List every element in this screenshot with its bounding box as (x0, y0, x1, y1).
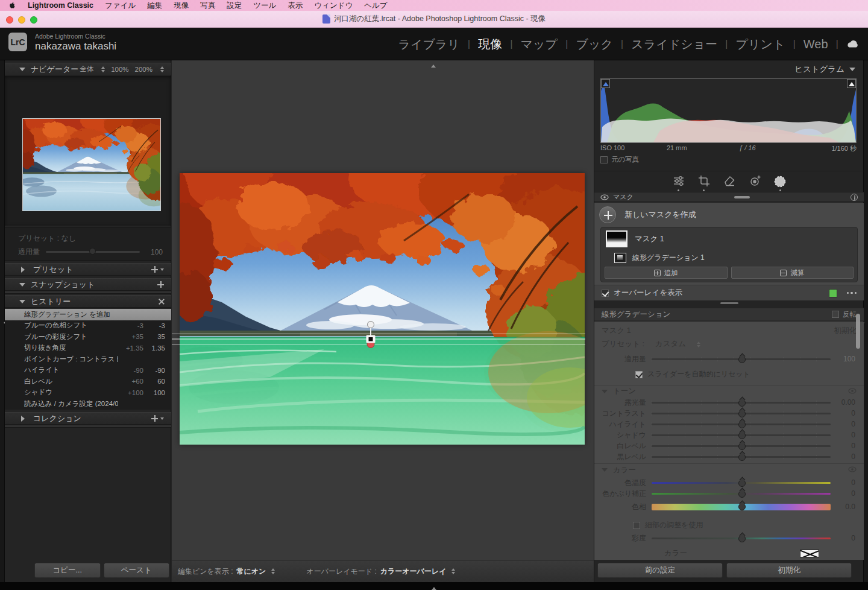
menu-photo[interactable]: 写真 (200, 1, 215, 11)
mask-component-item[interactable]: 線形グラデーション 1 (614, 253, 705, 263)
contrast-slider[interactable] (652, 408, 831, 419)
history-item[interactable]: ハイライト-90-90 (5, 365, 171, 376)
menu-window[interactable]: ウィンドウ (314, 1, 353, 11)
photo-image[interactable] (180, 173, 585, 445)
menu-tools[interactable]: ツール (253, 1, 276, 11)
history-item[interactable]: ポイントカーブ : コントラスト (中) (5, 354, 171, 365)
red-eye-tool[interactable] (747, 174, 762, 191)
mask-panel-bar[interactable]: マスク (594, 192, 864, 202)
crop-tool[interactable] (697, 174, 711, 191)
minimize-window-button[interactable] (18, 16, 25, 24)
add-collection-icon[interactable] (151, 415, 158, 422)
add-snapshot-icon[interactable] (157, 281, 164, 288)
mask-item[interactable]: マスク 1 (606, 230, 664, 247)
create-mask-plus-icon[interactable] (599, 206, 616, 223)
updown-icon[interactable] (271, 566, 275, 576)
filmstrip-collapsed-bar[interactable] (0, 582, 868, 590)
tone-section-header[interactable]: トーン (594, 385, 864, 397)
hue-slider[interactable] (652, 501, 831, 512)
menu-help[interactable]: ヘルプ (364, 1, 387, 11)
preset-amount-slider[interactable] (46, 251, 140, 253)
filmstrip-reveal-arrow[interactable] (432, 585, 436, 590)
edit-pin-value[interactable]: 常にオン (237, 566, 266, 577)
gradient-component-icon[interactable] (614, 253, 626, 263)
navigator-header[interactable]: ナビゲーター 全体 100% 200% (5, 63, 171, 75)
navigator-fit[interactable]: 全体 (80, 65, 93, 74)
previous-settings-button[interactable]: 前の設定 (597, 563, 723, 578)
reset-button[interactable]: 初期化 (726, 563, 852, 578)
fine-adjustment-checkbox[interactable] (633, 522, 640, 529)
invert-checkbox[interactable] (832, 311, 839, 318)
menu-edit[interactable]: 編集 (147, 1, 162, 11)
mask-thumbnail[interactable] (606, 230, 627, 247)
paste-button[interactable]: ペースト (104, 563, 170, 578)
history-item[interactable]: 切り抜き角度+1.351.35 (5, 343, 171, 354)
right-panel-collapse-strip[interactable] (863, 60, 868, 582)
module-web[interactable]: Web (804, 37, 828, 51)
history-item[interactable]: ブルーの色相シフト-3-3 (5, 320, 171, 332)
shadow-clipping-indicator[interactable] (601, 79, 610, 88)
auto-reset-checkbox[interactable] (635, 371, 643, 378)
mask-subtract-button[interactable]: 減算 (731, 267, 854, 279)
mask-group[interactable]: マスク 1 線形グラデーション 1 追加 減算 (600, 227, 858, 282)
menu-develop[interactable]: 現像 (174, 1, 189, 11)
original-photo-checkbox[interactable] (600, 156, 608, 163)
history-item[interactable]: ブルーの彩度シフト+3535 (5, 331, 171, 343)
slider-thumb[interactable] (738, 356, 746, 363)
updown-icon[interactable] (451, 566, 455, 576)
auto-reset-row[interactable]: スライダーを自動的にリセット (635, 369, 750, 379)
module-library[interactable]: ライブラリ (398, 36, 459, 52)
saturation-slider[interactable] (652, 533, 831, 544)
preset-menu-icon[interactable] (160, 268, 164, 273)
shadows-slider[interactable] (652, 430, 831, 440)
add-preset-icon[interactable] (151, 266, 158, 273)
panel-grip-handle[interactable] (734, 196, 750, 198)
mask-amount-slider[interactable] (652, 354, 831, 364)
history-item[interactable]: 線形グラデーション を追加 (5, 309, 171, 320)
mask-preset-value[interactable]: カスタム (655, 339, 686, 349)
panel-grip-handle[interactable] (594, 302, 864, 304)
navigator-zoom-200[interactable]: 200% (135, 66, 153, 73)
history-item[interactable]: 白レベル+6060 (5, 376, 171, 387)
fine-adjustment-row[interactable]: 細部の調整を使用 (633, 520, 703, 530)
mask-info-icon[interactable] (851, 194, 858, 201)
show-overlay-checkbox[interactable] (602, 290, 609, 297)
menu-settings[interactable]: 設定 (227, 1, 242, 11)
highlights-slider[interactable] (652, 419, 831, 430)
original-photo-toggle[interactable]: 元の写真 (600, 155, 639, 164)
healing-tool[interactable] (722, 174, 737, 191)
copy-button[interactable]: コピー... (34, 563, 101, 578)
basic-edit-tool[interactable] (671, 174, 686, 191)
highlight-clipping-indicator[interactable] (847, 79, 856, 88)
overlay-options-icon[interactable] (847, 292, 857, 294)
image-view[interactable] (172, 60, 594, 560)
collections-section-header[interactable]: コレクション (5, 412, 171, 425)
navigator-thumbnail[interactable] (22, 118, 161, 211)
module-slideshow[interactable]: スライドショー (631, 36, 717, 52)
create-mask-row[interactable]: 新しいマスクを作成 (599, 206, 696, 223)
mask-add-button[interactable]: 追加 (605, 267, 728, 279)
tint-slider[interactable] (652, 488, 831, 499)
zoom-window-button[interactable] (30, 16, 37, 24)
history-item[interactable]: シャドウ+100100 (5, 387, 171, 399)
navigator-zoom-100[interactable]: 100% (111, 66, 128, 73)
apple-menu[interactable] (8, 1, 16, 10)
module-print[interactable]: プリント (736, 36, 785, 52)
history-section-header[interactable]: ヒストリー (5, 295, 171, 308)
right-panel-scrollbar[interactable] (856, 314, 860, 349)
histogram-display[interactable] (600, 78, 857, 143)
menubar-app-name[interactable]: Lightroom Classic (28, 1, 93, 10)
menu-file[interactable]: ファイル (105, 1, 136, 11)
overlay-mode-value[interactable]: カラーオーバーレイ (380, 566, 447, 577)
overlay-color-swatch[interactable] (829, 289, 837, 297)
module-map[interactable]: マップ (521, 36, 558, 52)
whites-slider[interactable] (652, 440, 831, 451)
presets-section-header[interactable]: プリセット (5, 263, 171, 276)
mask-reset-link[interactable]: 初期化 (834, 326, 857, 336)
snapshots-section-header[interactable]: スナップショット (5, 278, 171, 291)
menu-view[interactable]: 表示 (288, 1, 303, 11)
cloud-sync-icon[interactable] (846, 39, 860, 49)
show-overlay-row[interactable]: オーバーレイを表示 (594, 285, 864, 300)
history-item[interactable]: 読み込み / カメラ設定 (2024/06/23 2:01:00) (5, 398, 171, 410)
histogram-header[interactable]: ヒストグラム (594, 63, 864, 75)
